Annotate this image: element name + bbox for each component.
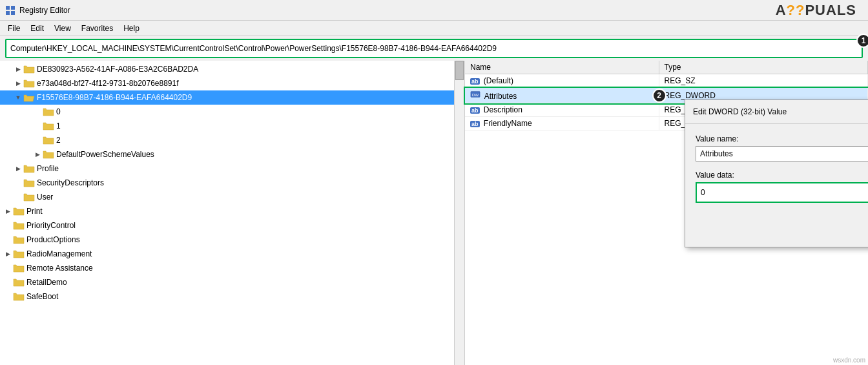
tree-label: DE830923-A562-41AF-A086-E3A2C6BAD2DA (37, 65, 198, 74)
tree-label: F15576E8-98B7-4186-B944-EAFA664402D9 (37, 93, 192, 102)
tree-item-productoptions[interactable]: ProductOptions (0, 233, 454, 247)
tree-label-remote-assistance: Remote Assistance (26, 264, 93, 273)
folder-icon (23, 79, 35, 88)
tree-item-securitydescriptors[interactable]: SecurityDescriptors (0, 176, 454, 190)
tree-item-profile[interactable]: ▶ Profile (0, 162, 454, 176)
tree-label: e73a048d-bf27-4f12-9731-8b2076e8891f (37, 79, 179, 88)
tree-label: ProductOptions (26, 235, 80, 244)
tree-label: RadioManagement (26, 249, 92, 258)
tree-content: ▶ DE830923-A562-41AF-A086-E3A2C6BAD2DA ▶… (0, 61, 454, 305)
folder-icon (43, 136, 54, 145)
registry-row-default[interactable]: ab (Default) REG_SZ (465, 74, 868, 88)
folder-icon (23, 193, 35, 202)
menu-favorites[interactable]: Favorites (76, 23, 118, 34)
app-icon (5, 5, 16, 16)
right-panel: Name Type ab (Default) REG_SZ (465, 61, 868, 365)
registry-name: ab Description (465, 103, 659, 117)
registry-type: REG_SZ (659, 74, 868, 88)
expand-icon: ▶ (13, 165, 23, 172)
main-area: ▶ DE830923-A562-41AF-A086-E3A2C6BAD2DA ▶… (0, 61, 868, 365)
tree-item-defaultpowerscheme[interactable]: ▶ DefaultPowerSchemeValues (0, 147, 454, 162)
folder-icon (13, 235, 25, 244)
window-title: Registry Editor (19, 6, 70, 15)
col-type: Type (659, 61, 868, 74)
tree-item-de830923[interactable]: ▶ DE830923-A562-41AF-A086-E3A2C6BAD2DA (0, 62, 454, 76)
ab-icon: ab (470, 78, 480, 85)
ab-icon: ab (470, 107, 480, 114)
folder-icon (13, 264, 25, 273)
folder-icon (23, 65, 35, 74)
watermark: wsxdn.com (833, 357, 865, 364)
badge-2: 2 (652, 89, 666, 103)
menu-file[interactable]: File (3, 23, 25, 34)
svg-text:DW: DW (472, 92, 479, 97)
dialog-value-row: Value data: 3 Base (696, 171, 868, 204)
tree-item-remoteassistance[interactable]: Remote Assistance (0, 261, 454, 275)
tree-item-radiomanagement[interactable]: ▶ RadioManagement (0, 247, 454, 261)
tree-item-2[interactable]: 2 (0, 133, 454, 147)
tree-panel: ▶ DE830923-A562-41AF-A086-E3A2C6BAD2DA ▶… (0, 61, 465, 365)
tree-scrollbar-thumb[interactable] (455, 61, 464, 80)
menu-help[interactable]: Help (118, 23, 145, 34)
svg-rect-3 (11, 11, 15, 15)
folder-icon-open (23, 93, 35, 102)
registry-name: DW Attributes 2 (465, 88, 659, 103)
address-bar[interactable]: Computer\HKEY_LOCAL_MACHINE\SYSTEM\Curre… (5, 39, 863, 58)
value-data-label: Value data: (696, 171, 868, 180)
svg-rect-0 (6, 6, 10, 10)
dialog-title: Edit DWORD (32-bit) Value (693, 107, 787, 116)
expand-icon: ▶ (3, 251, 13, 257)
registry-name: ab FriendlyName (465, 117, 659, 130)
expand-icon: ▶ (13, 66, 23, 72)
registry-name: ab (Default) (465, 74, 659, 88)
title-bar: Registry Editor A??PUALS (0, 0, 868, 21)
value-data-input[interactable] (696, 182, 868, 203)
tree-item-0[interactable]: 0 (0, 105, 454, 119)
expand-icon: ▶ (32, 151, 43, 158)
tree-item-f15576e8[interactable]: ▼ F15576E8-98B7-4186-B944-EAFA664402D9 (0, 90, 454, 105)
ab-icon: ab (470, 121, 480, 127)
tree-label: 0 (56, 107, 61, 116)
folder-icon (43, 150, 54, 159)
dialog-body: Value name: Value data: 3 Base (685, 124, 868, 247)
menu-edit[interactable]: Edit (25, 23, 49, 34)
tree-label: SafeBoot (26, 292, 58, 301)
tree-label: Profile (37, 164, 59, 173)
folder-icon (43, 107, 54, 116)
dialog-buttons: OK Cancel (696, 214, 868, 236)
tree-item-safeboot[interactable]: SafeBoot (0, 289, 454, 304)
tree-label: RetailDemo (26, 278, 67, 287)
menu-view[interactable]: View (49, 23, 76, 34)
tree-item-retaildemo[interactable]: RetailDemo (0, 275, 454, 289)
expand-icon: ▶ (3, 208, 13, 214)
value-name-input[interactable] (696, 146, 868, 162)
tree-label: Print (26, 207, 43, 216)
tree-label: DefaultPowerSchemeValues (56, 150, 154, 159)
tree-label: SecurityDescriptors (37, 178, 104, 187)
folder-icon (13, 221, 25, 230)
dword-icon: DW (470, 90, 480, 99)
expand-icon: ▼ (13, 94, 23, 101)
folder-icon (23, 178, 35, 187)
tree-item-user[interactable]: User (0, 190, 454, 204)
tree-label: 2 (56, 136, 61, 145)
tree-item-print[interactable]: ▶ Print (0, 204, 454, 218)
svg-rect-2 (6, 11, 10, 15)
dialog-titlebar: Edit DWORD (32-bit) Value ✕ (685, 100, 868, 124)
folder-icon (13, 207, 25, 216)
svg-rect-1 (11, 6, 15, 10)
tree-label: 1 (56, 121, 61, 130)
folder-icon (13, 249, 25, 258)
folder-icon (13, 292, 25, 301)
tree-label: User (37, 193, 53, 202)
tree-item-e73a048d[interactable]: ▶ e73a048d-bf27-4f12-9731-8b2076e8891f (0, 76, 454, 90)
tree-item-prioritycontrol[interactable]: PriorityControl (0, 218, 454, 233)
col-name: Name (465, 61, 659, 74)
folder-icon (13, 278, 25, 287)
tree-item-1[interactable]: 1 (0, 119, 454, 133)
expand-icon: ▶ (13, 80, 23, 87)
address-text: Computer\HKEY_LOCAL_MACHINE\SYSTEM\Curre… (10, 44, 497, 53)
tree-scrollbar[interactable] (454, 61, 464, 365)
appuals-logo: A??PUALS (776, 2, 863, 19)
address-badge-1: 1 (856, 34, 868, 48)
